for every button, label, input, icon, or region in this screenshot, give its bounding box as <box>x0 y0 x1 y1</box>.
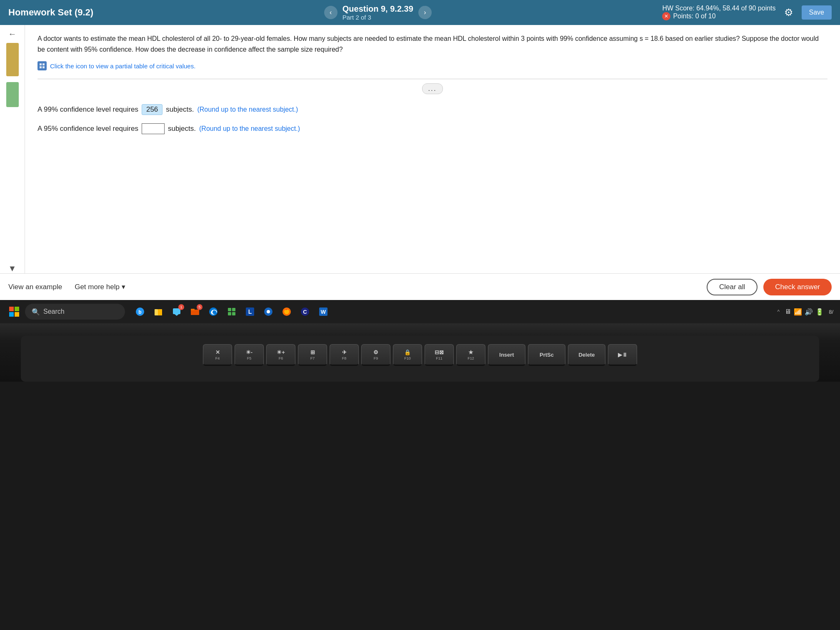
key-f11[interactable]: ⊟⊠ F11 <box>425 344 454 366</box>
prev-question-button[interactable]: ‹ <box>324 6 338 19</box>
click-icon-line: Click the icon to view a partial table o… <box>38 61 828 70</box>
search-icon: 🔍 <box>32 308 40 316</box>
start-button[interactable] <box>7 304 22 319</box>
svg-rect-16 <box>228 312 231 315</box>
points-label: Points: 0 of 10 <box>673 12 715 20</box>
key-f10[interactable]: 🔒 F10 <box>393 344 422 366</box>
clear-all-button[interactable]: Clear all <box>707 279 758 295</box>
points-x-icon: ✕ <box>662 12 670 20</box>
scroll-down-arrow[interactable]: ▼ <box>8 264 17 273</box>
svg-rect-1 <box>42 63 45 65</box>
svg-rect-8 <box>158 309 162 315</box>
answer-95-input[interactable] <box>142 123 165 134</box>
keyboard-area: ✕ F4 ☀- F5 ☀+ F6 ⊞ F7 ✈ F8 ⚙ F9 <box>21 336 819 382</box>
svg-text:W: W <box>321 309 326 315</box>
table-icon[interactable] <box>38 61 47 70</box>
hw-score: HW Score: 64.94%, 58.44 of 90 points <box>662 5 775 12</box>
svg-text:b: b <box>138 309 141 315</box>
svg-rect-15 <box>232 308 235 311</box>
save-button[interactable]: Save <box>802 5 832 20</box>
svg-rect-3 <box>42 66 45 68</box>
left-sidebar: ← ▼ <box>0 25 25 273</box>
gear-button[interactable]: ⚙ <box>784 7 793 18</box>
word-icon[interactable]: W <box>315 303 332 320</box>
header-right: HW Score: 64.94%, 58.44 of 90 points ✕ P… <box>662 5 832 20</box>
next-question-button[interactable]: › <box>418 6 432 19</box>
win-logo-cell-4 <box>15 312 19 317</box>
taskbar: 🔍 Search b 1 <box>0 300 840 323</box>
view-example-button[interactable]: View an example <box>8 283 62 291</box>
key-f5[interactable]: ☀- F5 <box>235 344 264 366</box>
answer-99-value: 256 <box>142 104 162 115</box>
tray-caret[interactable]: ^ <box>778 309 780 315</box>
svg-marker-10 <box>175 314 179 316</box>
sidebar-block-2 <box>6 82 19 107</box>
svg-rect-0 <box>40 63 42 65</box>
answer-95-suffix-plain: subjects. <box>168 125 196 133</box>
answer-99-prefix: A 99% confidence level requires <box>38 105 138 114</box>
key-f8[interactable]: ✈ F8 <box>330 344 359 366</box>
answer-99-suffix-plain: subjects. <box>166 105 194 114</box>
dots-button[interactable]: ... <box>422 83 443 94</box>
key-prtsc[interactable]: PrtSc <box>528 344 565 366</box>
click-icon-link[interactable]: Click the icon to view a partial table o… <box>50 62 195 70</box>
search-bar-text: Search <box>43 308 65 315</box>
answer-row-95: A 95% confidence level requires subjects… <box>38 123 828 134</box>
part-label: Part 2 of 3 <box>342 14 413 21</box>
windows-grid-icon[interactable] <box>223 303 240 320</box>
check-answer-button[interactable]: Check answer <box>763 279 832 295</box>
key-f6[interactable]: ☀+ F6 <box>266 344 295 366</box>
svg-rect-2 <box>40 66 42 68</box>
back-arrow[interactable]: ← <box>8 29 17 39</box>
answer-95-blue: (Round up to the nearest subject.) <box>199 125 300 132</box>
search-bar[interactable]: 🔍 Search <box>25 304 125 320</box>
taskbar-icons: b 1 5 <box>132 303 332 320</box>
question-title: Question 9, 9.2.39 <box>342 4 413 14</box>
question-text: A doctor wants to estimate the mean HDL … <box>38 33 828 55</box>
top-header: Homework Set (9.2) ‹ Question 9, 9.2.39 … <box>0 0 840 25</box>
svg-rect-17 <box>232 312 235 315</box>
messages-icon[interactable]: 1 <box>168 303 185 320</box>
wifi-icon[interactable]: 📶 <box>794 308 802 316</box>
click-icon-text: Click the icon to view a partial table o… <box>50 62 195 70</box>
bottom-left: View an example Get more help ▾ <box>8 282 125 291</box>
answer-row-99: A 99% confidence level requires 256 subj… <box>38 104 828 115</box>
svg-text:C: C <box>303 309 307 315</box>
file-explorer-icon[interactable] <box>150 303 167 320</box>
key-f9[interactable]: ⚙ F9 <box>361 344 390 366</box>
get-more-help-button[interactable]: Get more help ▾ <box>75 282 125 291</box>
folder-badge: 5 <box>197 304 202 310</box>
c-icon[interactable]: C <box>297 303 313 320</box>
l-icon[interactable]: L <box>242 303 258 320</box>
key-delete[interactable]: Delete <box>568 344 605 366</box>
volume-icon[interactable]: 🔊 <box>805 308 813 316</box>
svg-rect-14 <box>228 308 231 311</box>
homework-title: Homework Set (9.2) <box>8 7 93 18</box>
key-f12[interactable]: ★ F12 <box>456 344 485 366</box>
main-content: A doctor wants to estimate the mean HDL … <box>25 25 840 273</box>
windows-logo <box>9 307 19 317</box>
keyboard-fn-row: ✕ F4 ☀- F5 ☀+ F6 ⊞ F7 ✈ F8 ⚙ F9 <box>33 344 806 366</box>
key-f4[interactable]: ✕ F4 <box>203 344 232 366</box>
edge-icon[interactable] <box>205 303 222 320</box>
taskbar-tray: ^ 🖥 📶 🔊 🔋 8/ <box>778 308 833 316</box>
circle-icon[interactable] <box>260 303 277 320</box>
answer-99-blue: (Round up to the nearest subject.) <box>197 106 298 113</box>
points-info: ✕ Points: 0 of 10 <box>662 12 775 20</box>
win-logo-cell-1 <box>9 307 14 311</box>
divider-area: ... <box>38 83 828 94</box>
apple-icon[interactable]: b <box>132 303 148 320</box>
svg-point-21 <box>267 310 270 313</box>
key-f7[interactable]: ⊞ F7 <box>298 344 327 366</box>
win-logo-cell-3 <box>9 312 14 317</box>
answer-95-prefix: A 95% confidence level requires <box>38 125 138 133</box>
key-pause[interactable]: ▶⏸ <box>608 344 637 366</box>
sidebar-block-1 <box>6 43 19 76</box>
time-display[interactable]: 8/ <box>829 309 833 315</box>
firefox-icon[interactable] <box>278 303 295 320</box>
question-nav-center: ‹ Question 9, 9.2.39 Part 2 of 3 › <box>324 4 432 21</box>
key-insert[interactable]: Insert <box>488 344 525 366</box>
battery-icon: 🔋 <box>815 308 824 316</box>
bottom-bar: View an example Get more help ▾ Clear al… <box>0 273 840 300</box>
folder-icon[interactable]: 5 <box>187 303 203 320</box>
